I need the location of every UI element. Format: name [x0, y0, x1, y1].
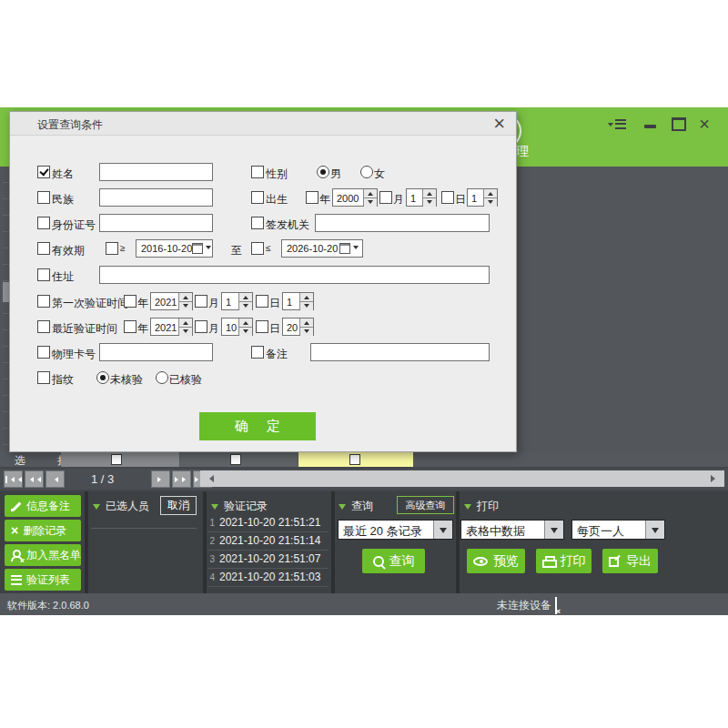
- ethnicity-filter-checkbox[interactable]: [37, 191, 50, 204]
- birth-month-checkbox[interactable]: [379, 191, 392, 204]
- birth-day-spinner[interactable]: 1: [467, 188, 498, 207]
- first-verify-year-checkbox[interactable]: [124, 295, 136, 308]
- fingerprint-unverified-radio[interactable]: [96, 371, 109, 384]
- spinner-buttons[interactable]: [483, 189, 497, 206]
- verify-record-item[interactable]: 3 2021-10-20 21:51:07: [207, 550, 329, 569]
- spinner-buttons[interactable]: [178, 293, 192, 309]
- spin-up-icon[interactable]: [239, 293, 252, 301]
- spin-down-icon[interactable]: [300, 327, 313, 336]
- issuer-checkbox[interactable]: [251, 217, 264, 229]
- spin-down-icon[interactable]: [239, 327, 252, 336]
- spin-up-icon[interactable]: [239, 318, 252, 327]
- confirm-button[interactable]: 确 定: [199, 412, 316, 440]
- birth-filter-checkbox[interactable]: [251, 191, 264, 204]
- ethnicity-input[interactable]: [99, 188, 213, 207]
- window-menu-button[interactable]: [608, 116, 626, 131]
- dropdown-button[interactable]: [645, 521, 664, 539]
- validity-ge-checkbox[interactable]: [106, 242, 118, 255]
- remark-checkbox[interactable]: [251, 346, 264, 359]
- preview-button[interactable]: 预览: [467, 549, 525, 573]
- gender-filter-checkbox[interactable]: [251, 166, 264, 178]
- last-verify-checkbox[interactable]: [37, 320, 50, 333]
- fingerprint-checkbox[interactable]: [37, 371, 50, 384]
- verify-record-item[interactable]: 1 2021-10-20 21:51:21: [207, 513, 329, 532]
- verify-record-item[interactable]: 2 2021-10-20 21:51:14: [207, 531, 329, 551]
- print-button[interactable]: 打印: [536, 549, 592, 573]
- dropdown-button[interactable]: [544, 521, 563, 539]
- spin-up-icon[interactable]: [179, 293, 192, 301]
- remark-input[interactable]: [310, 343, 490, 361]
- validity-to-datepicker[interactable]: 2026-10-20: [281, 239, 363, 258]
- last-verify-month-spinner[interactable]: 10: [221, 318, 253, 336]
- table-column[interactable]: [180, 452, 298, 467]
- address-input[interactable]: [99, 266, 490, 284]
- query-button[interactable]: 查询: [362, 549, 425, 573]
- first-verify-month-spinner[interactable]: 1: [221, 292, 253, 310]
- spin-up-icon[interactable]: [179, 318, 192, 327]
- close-window-button[interactable]: ×: [695, 116, 713, 131]
- first-verify-day-spinner[interactable]: 1: [282, 292, 314, 310]
- spinner-buttons[interactable]: [299, 293, 313, 309]
- add-blacklist-button[interactable]: x 加入黑名单: [5, 544, 81, 566]
- first-verify-checkbox[interactable]: [37, 295, 50, 308]
- spinner-buttons[interactable]: [299, 318, 313, 335]
- verify-list-button[interactable]: 验证列表: [5, 569, 81, 591]
- issuer-input[interactable]: [315, 214, 490, 232]
- gender-male-radio[interactable]: [317, 166, 329, 178]
- first-verify-day-checkbox[interactable]: [256, 295, 268, 308]
- prev-page-button[interactable]: [46, 470, 65, 488]
- spinner-buttons[interactable]: [363, 189, 377, 206]
- per-page-dropdown[interactable]: 每页一人: [571, 520, 665, 540]
- dialog-close-icon[interactable]: ×: [493, 112, 505, 136]
- info-remark-button[interactable]: 信息备注: [5, 495, 81, 517]
- spinner-buttons[interactable]: [178, 318, 192, 335]
- card-no-input[interactable]: [99, 343, 213, 361]
- last-verify-day-spinner[interactable]: 20: [282, 318, 314, 336]
- horizontal-scrollbar[interactable]: [200, 470, 724, 487]
- spin-down-icon[interactable]: [300, 301, 313, 310]
- first-page-button[interactable]: [4, 470, 23, 488]
- spin-down-icon[interactable]: [484, 197, 497, 207]
- spin-up-icon[interactable]: [423, 189, 436, 197]
- last-verify-month-checkbox[interactable]: [195, 320, 207, 333]
- column-select-checkbox[interactable]: [349, 454, 360, 465]
- next-page-button[interactable]: [151, 470, 170, 488]
- spin-down-icon[interactable]: [364, 197, 377, 207]
- first-verify-year-spinner[interactable]: 2021: [150, 292, 193, 310]
- column-select-checkbox[interactable]: [111, 454, 122, 465]
- record-range-dropdown[interactable]: 最近 20 条记录: [338, 520, 453, 540]
- name-input[interactable]: [99, 163, 213, 181]
- spin-down-icon[interactable]: [179, 301, 192, 310]
- spin-down-icon[interactable]: [179, 327, 192, 336]
- spin-up-icon[interactable]: [300, 318, 313, 327]
- spinner-buttons[interactable]: [238, 318, 252, 335]
- birth-month-spinner[interactable]: 1: [406, 188, 437, 207]
- id-number-checkbox[interactable]: [37, 217, 50, 229]
- spin-up-icon[interactable]: [484, 189, 497, 197]
- table-column-highlighted[interactable]: [298, 452, 413, 467]
- gender-female-radio[interactable]: [360, 166, 373, 178]
- spin-down-icon[interactable]: [423, 197, 436, 207]
- export-button[interactable]: 导出: [602, 549, 658, 573]
- card-no-checkbox[interactable]: [37, 346, 50, 359]
- advanced-query-button[interactable]: 高级查询: [397, 496, 454, 514]
- dropdown-button[interactable]: [433, 521, 452, 539]
- scroll-left-icon[interactable]: [206, 475, 214, 482]
- validity-le-checkbox[interactable]: [251, 242, 264, 255]
- dialog-titlebar[interactable]: 设置查询条件 ×: [10, 112, 516, 136]
- print-source-dropdown[interactable]: 表格中数据: [460, 520, 564, 540]
- spinner-buttons[interactable]: [238, 293, 252, 309]
- spin-up-icon[interactable]: [364, 189, 377, 197]
- last-verify-day-checkbox[interactable]: [256, 320, 268, 333]
- birth-day-checkbox[interactable]: [441, 191, 454, 204]
- first-verify-month-checkbox[interactable]: [195, 295, 207, 308]
- column-select-checkbox[interactable]: [230, 454, 241, 465]
- scroll-right-icon[interactable]: [711, 475, 719, 482]
- id-number-input[interactable]: [99, 214, 213, 232]
- address-checkbox[interactable]: [37, 268, 50, 281]
- maximize-button[interactable]: [670, 116, 688, 131]
- birth-year-spinner[interactable]: 2000: [332, 188, 378, 207]
- next-fast-button[interactable]: [172, 470, 191, 488]
- prev-fast-button[interactable]: [25, 470, 44, 488]
- spin-up-icon[interactable]: [300, 293, 313, 301]
